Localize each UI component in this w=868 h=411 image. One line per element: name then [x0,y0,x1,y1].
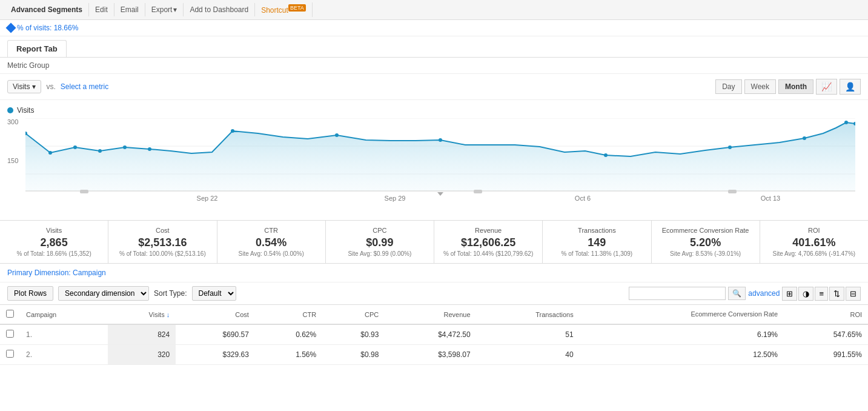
td-revenue-1: $4,472.50 [385,324,476,345]
range-selector[interactable] [80,190,88,193]
chart-area: Visits 300 150 [0,100,868,215]
chart-dot [48,151,52,155]
th-cpc[interactable]: CPC [322,305,385,324]
row-checkbox-1[interactable] [6,330,14,338]
stat-transactions: Transactions 149 % of Total: 11.38% (1,3… [543,221,651,263]
th-checkbox [0,305,20,324]
chart-dot [335,133,339,137]
td-campaign-2: 2. [20,345,108,365]
x-label-oct13: Oct 13 [761,195,780,202]
stat-roi: ROI 401.61% Site Avg: 4,706.68% (-91.47%… [760,221,868,263]
metric-select-dropdown[interactable]: Visits ▾ [7,80,41,93]
table-search-input[interactable] [629,287,726,300]
chart-y-labels: 300 150 [7,118,18,215]
range-selector[interactable] [728,190,737,193]
td-ctr-2: 1.56% [255,345,322,365]
line-chart-btn[interactable]: 📈 [816,79,837,95]
td-transactions-1: 51 [477,324,580,345]
table-search-btn[interactable]: 🔍 [728,287,746,300]
legend-dot [7,107,13,113]
td-checkbox-2 [0,345,20,365]
th-ecommerce-rate[interactable]: Ecommerce Conversion Rate [580,305,784,324]
range-selector[interactable] [474,190,482,193]
td-revenue-2: $3,598.07 [385,345,476,365]
th-revenue[interactable]: Revenue [385,305,476,324]
stat-cpc: CPC $0.99 Site Avg: $0.99 (0.00%) [326,221,434,263]
select-all-checkbox[interactable] [6,310,14,318]
sort-type-select[interactable]: Default [192,286,236,301]
select-metric-link[interactable]: Select a metric [61,82,108,91]
toolbar-email[interactable]: Email [114,3,145,16]
chart-dot [844,121,848,124]
toolbar-shortcut[interactable]: ShortcutBETA [255,2,313,17]
td-checkbox-1 [0,324,20,345]
table-controls-left: Plot Rows Secondary dimension Sort Type:… [7,286,624,301]
advanced-link[interactable]: advanced [748,289,780,298]
stat-visits: Visits 2,865 % of Total: 18.66% (15,352) [0,221,108,263]
table-header-row: Campaign Visits ↓ Cost CTR CPC Revenue T… [0,305,868,324]
chart-dot [231,129,234,133]
toolbar-export[interactable]: Export ▾ [145,3,184,16]
list-view-btn[interactable]: ≡ [815,287,828,301]
chart-svg-wrap: Sep 22 Sep 29 Oct 6 Oct 13 [25,118,861,205]
x-label-sep22: Sep 22 [197,195,218,202]
chart-controls: Visits ▾ vs. Select a metric Day Week Mo… [0,74,868,100]
stats-row: Visits 2,865 % of Total: 18.66% (15,352)… [0,220,868,264]
stat-cost: Cost $2,513.16 % of Total: 100.00% ($2,5… [108,221,217,263]
metric-group-bar: Metric Group [0,58,868,74]
month-btn[interactable]: Month [778,79,813,94]
chart-legend: Visits [7,106,861,115]
th-roi[interactable]: ROI [784,305,868,324]
segment-bar: % of visits: 18.66% [0,20,868,36]
segment-badge[interactable]: % of visits: 18.66% [7,24,78,32]
main-toolbar: Advanced Segments Edit Email Export ▾ Ad… [0,0,868,20]
table-row: 2. 320 $329.63 1.56% $0.98 $3,598.07 40 … [0,345,868,365]
secondary-dimension-select[interactable]: Secondary dimension [58,286,149,301]
td-cost-2: $329.63 [176,345,255,365]
th-ctr[interactable]: CTR [255,305,322,324]
primary-dimension-bar: Primary Dimension: Campaign [0,264,868,282]
th-cost[interactable]: Cost [176,305,255,324]
th-campaign[interactable]: Campaign [20,305,108,324]
td-conv-rate-2: 12.50% [580,345,784,365]
toolbar-advanced-segments[interactable]: Advanced Segments [5,3,89,16]
pivot-view-btn[interactable]: ⇅ [829,287,844,301]
report-tab[interactable]: Report Tab [7,40,67,57]
chart-dot [728,145,732,149]
x-label-sep29: Sep 29 [385,195,406,202]
th-visits[interactable]: Visits ↓ [108,305,176,324]
primary-dimension-value[interactable]: Campaign [73,269,106,277]
td-conv-rate-1: 6.19% [580,324,784,345]
td-cpc-1: $0.93 [322,324,385,345]
chart-dropdown-icon[interactable] [437,192,443,196]
chart-dot [604,153,608,157]
td-visits-1: 824 [108,324,176,345]
chart-dot [123,145,127,149]
data-table: Campaign Visits ↓ Cost CTR CPC Revenue T… [0,305,868,365]
chart-dot [73,145,77,149]
td-transactions-2: 40 [477,345,580,365]
row-checkbox-2[interactable] [6,350,14,358]
chart-dot [148,147,151,151]
sort-type-label: Sort Type: [154,289,187,298]
custom-view-btn[interactable]: ⊟ [846,287,861,301]
diamond-icon [6,23,16,33]
week-btn[interactable]: Week [744,79,776,94]
stat-revenue: Revenue $12,606.25 % of Total: 10.44% ($… [434,221,543,263]
table-controls: Plot Rows Secondary dimension Sort Type:… [0,282,868,305]
bar-chart-btn[interactable]: 👤 [840,79,861,95]
toolbar-add-dashboard[interactable]: Add to Dashboard [184,3,255,16]
td-roi-2: 991.55% [784,345,868,365]
td-campaign-1: 1. [20,324,108,345]
report-tab-bar: Report Tab [0,36,868,58]
day-btn[interactable]: Day [715,79,741,94]
th-transactions[interactable]: Transactions [477,305,580,324]
toolbar-edit[interactable]: Edit [89,3,114,16]
grid-view-btn[interactable]: ⊞ [782,287,797,301]
td-roi-1: 547.65% [784,324,868,345]
chart-dot [803,136,806,140]
td-cost-1: $690.57 [176,324,255,345]
chart-svg: Sep 22 Sep 29 Oct 6 Oct 13 [25,118,855,203]
plot-rows-btn[interactable]: Plot Rows [7,286,53,301]
pie-view-btn[interactable]: ◑ [798,287,813,301]
